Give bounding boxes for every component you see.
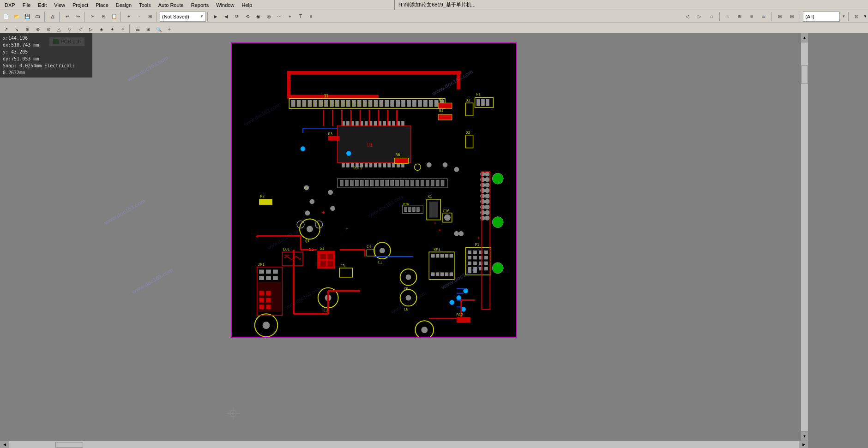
menu-design[interactable]: Design bbox=[112, 1, 135, 9]
svg-text:PIN: PIN bbox=[404, 203, 410, 206]
btn-extra7[interactable]: ⋯ bbox=[274, 12, 284, 22]
save-btn[interactable]: 💾 bbox=[22, 12, 32, 22]
btn-extra4[interactable]: ⟲ bbox=[242, 12, 253, 22]
btn-extra6[interactable]: ◎ bbox=[264, 12, 274, 22]
paste-btn[interactable]: 📋 bbox=[109, 12, 119, 22]
svg-rect-22 bbox=[380, 100, 383, 107]
save-all-btn[interactable]: 🗃 bbox=[33, 12, 43, 22]
tr-btn2[interactable]: ≋ bbox=[735, 12, 745, 22]
tr-btn6[interactable]: ⊟ bbox=[787, 12, 797, 22]
nav-home[interactable]: ⌂ bbox=[706, 12, 717, 22]
redo-btn[interactable]: ↪ bbox=[73, 12, 83, 22]
btn-extra9[interactable]: T bbox=[295, 12, 306, 22]
btn-extra3[interactable]: ⟳ bbox=[232, 12, 242, 22]
svg-rect-196 bbox=[484, 267, 488, 270]
vscroll-thumb[interactable] bbox=[801, 66, 808, 84]
tr-btn5[interactable]: ⊞ bbox=[775, 12, 785, 22]
svg-rect-84 bbox=[421, 180, 424, 186]
svg-point-115 bbox=[263, 322, 270, 329]
new-btn[interactable]: 📄 bbox=[1, 12, 11, 22]
svg-point-209 bbox=[485, 183, 489, 187]
horizontal-scrollbar[interactable]: ◀ ▶ bbox=[0, 441, 808, 448]
btn-extra2[interactable]: ◀ bbox=[221, 12, 231, 22]
menu-dxp[interactable]: DXP bbox=[1, 1, 19, 9]
open-btn[interactable]: 📂 bbox=[12, 12, 22, 22]
all-filter-dropdown[interactable]: (All) bbox=[803, 12, 840, 22]
menu-auto-route[interactable]: Auto Route bbox=[155, 1, 187, 9]
svg-text:C6: C6 bbox=[404, 307, 409, 311]
btn-extra10[interactable]: ≡ bbox=[306, 12, 316, 22]
extra-arrow[interactable]: ▼ bbox=[863, 14, 867, 18]
fit-btn[interactable]: ⊞ bbox=[145, 12, 155, 22]
svg-point-217 bbox=[485, 205, 489, 209]
svg-point-233 bbox=[427, 162, 431, 167]
nav-forward[interactable]: ▷ bbox=[694, 12, 705, 22]
menu-project[interactable]: Project bbox=[69, 1, 92, 9]
svg-rect-87 bbox=[436, 180, 439, 186]
svg-rect-23 bbox=[385, 100, 389, 107]
copy-btn[interactable]: ⎘ bbox=[98, 12, 108, 22]
svg-rect-189 bbox=[468, 262, 471, 265]
vertical-scrollbar[interactable]: ▲ ▼ bbox=[801, 33, 808, 441]
tr-btn4[interactable]: ≣ bbox=[759, 12, 769, 22]
not-saved-dropdown[interactable]: (Not Saved) ▼ bbox=[160, 12, 206, 22]
title-path: H:\待添加\论文6819_基于单片机... bbox=[394, 0, 867, 10]
svg-rect-15 bbox=[341, 100, 344, 107]
svg-rect-197 bbox=[468, 270, 471, 273]
svg-point-232 bbox=[331, 206, 335, 211]
menu-reports[interactable]: Reports bbox=[187, 1, 213, 9]
menu-edit[interactable]: Edit bbox=[34, 1, 50, 9]
svg-rect-137 bbox=[320, 261, 326, 267]
svg-rect-165 bbox=[416, 207, 419, 212]
undo-btn[interactable]: ↩ bbox=[62, 12, 72, 22]
hscroll-thumb[interactable] bbox=[55, 442, 83, 448]
menu-help[interactable]: Help bbox=[238, 1, 256, 9]
hscroll-right[interactable]: ▶ bbox=[799, 441, 808, 448]
vscroll-down[interactable]: ▼ bbox=[801, 431, 808, 441]
menu-place[interactable]: Place bbox=[92, 1, 112, 9]
coord-x: x:144.196 bbox=[3, 35, 90, 42]
svg-rect-136 bbox=[328, 254, 333, 259]
tr-btn3[interactable]: ≡ bbox=[747, 12, 757, 22]
nav-back[interactable]: ◁ bbox=[682, 12, 693, 22]
svg-text:R4: R4 bbox=[439, 109, 444, 113]
svg-rect-80 bbox=[401, 180, 404, 186]
canvas-area[interactable]: J1 bbox=[0, 33, 868, 448]
menu-tools[interactable]: Tools bbox=[135, 1, 155, 9]
not-saved-arrow: ▼ bbox=[200, 14, 204, 18]
svg-rect-24 bbox=[391, 100, 394, 107]
btn-extra1[interactable]: ▶ bbox=[211, 12, 221, 22]
cut-btn[interactable]: ✂ bbox=[88, 12, 98, 22]
svg-rect-78 bbox=[391, 180, 394, 186]
svg-text:R12: R12 bbox=[457, 313, 464, 317]
tr-btn1[interactable]: ≈ bbox=[723, 12, 733, 22]
menu-file[interactable]: File bbox=[19, 1, 35, 9]
svg-rect-68 bbox=[340, 180, 343, 186]
svg-point-221 bbox=[485, 216, 489, 221]
tr-btn7[interactable]: ⊡ bbox=[851, 12, 862, 22]
menu-window[interactable]: Window bbox=[212, 1, 238, 9]
svg-rect-152 bbox=[266, 298, 271, 302]
svg-rect-11 bbox=[319, 100, 323, 107]
svg-point-212 bbox=[481, 194, 485, 198]
svg-rect-81 bbox=[406, 180, 409, 186]
svg-rect-19 bbox=[363, 100, 367, 107]
btn-extra5[interactable]: ◉ bbox=[253, 12, 263, 22]
zoom-in-btn[interactable]: + bbox=[124, 12, 134, 22]
pcb-board: J1 bbox=[231, 42, 517, 338]
svg-rect-14 bbox=[336, 100, 339, 107]
print-btn[interactable]: 🖨 bbox=[48, 12, 58, 22]
all-dropdown-arrow[interactable]: ▼ bbox=[842, 14, 845, 18]
svg-point-202 bbox=[492, 217, 503, 228]
btn-extra8[interactable]: ⌖ bbox=[285, 12, 295, 22]
svg-text:R2: R2 bbox=[260, 194, 265, 198]
svg-point-240 bbox=[450, 300, 454, 305]
svg-rect-164 bbox=[412, 207, 415, 212]
svg-rect-88 bbox=[441, 180, 444, 186]
menu-view[interactable]: View bbox=[50, 1, 69, 9]
svg-rect-2 bbox=[287, 71, 290, 99]
vscroll-up[interactable]: ▲ bbox=[801, 33, 808, 42]
zoom-out-btn[interactable]: - bbox=[134, 12, 145, 22]
status-bar: x:144.196 dx:510.743 mm y: 43.205 dy:751… bbox=[0, 33, 92, 78]
hscroll-left[interactable]: ◀ bbox=[0, 441, 9, 448]
